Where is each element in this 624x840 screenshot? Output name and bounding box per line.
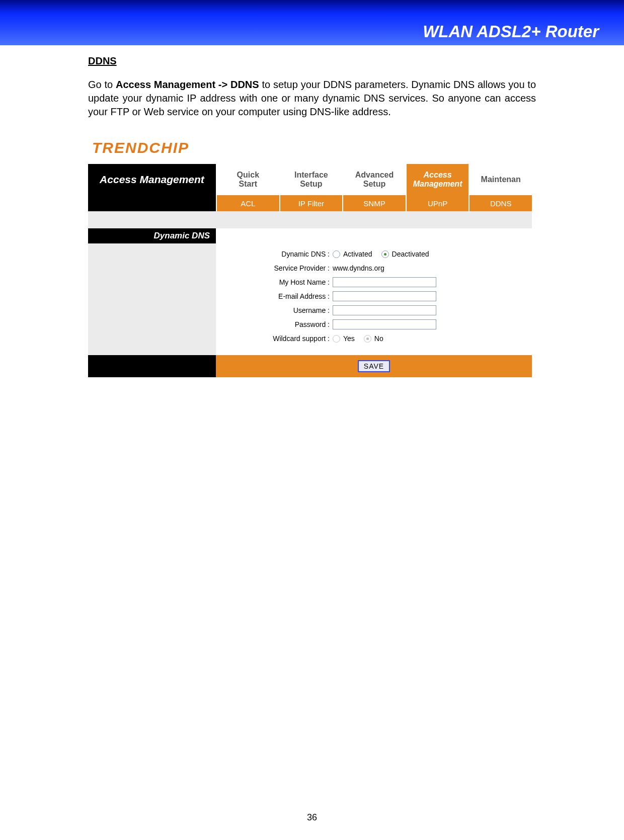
save-button[interactable]: SAVE	[358, 360, 390, 372]
value-dynamic-dns: Activated Deactivated	[333, 250, 429, 258]
row-email: E-mail Address :	[221, 290, 527, 303]
label-password: Password :	[221, 320, 333, 328]
nav-current-section: Access Management	[88, 164, 216, 195]
value-password	[333, 319, 436, 329]
radio-wildcard-yes-label: Yes	[343, 334, 355, 343]
body-text-bold: Access Management -> DDNS	[116, 79, 259, 90]
value-host-name	[333, 277, 436, 287]
radio-deactivated[interactable]	[381, 250, 389, 258]
subtab-ip-filter[interactable]: IP Filter	[279, 195, 343, 211]
radio-deactivated-label: Deactivated	[392, 250, 429, 258]
footer-left	[88, 355, 216, 377]
row-service-provider: Service Provider : www.dyndns.org	[221, 262, 527, 275]
section-title-row: Dynamic DNS	[88, 228, 532, 243]
tab-quick-start[interactable]: Quick Start	[216, 164, 279, 195]
value-wildcard: Yes No	[333, 334, 383, 343]
router-logo-text: TRENDCHIP	[92, 139, 189, 156]
radio-wildcard-no-label: No	[374, 334, 383, 343]
subtab-ddns[interactable]: DDNS	[469, 195, 532, 211]
tab-maintenance[interactable]: Maintenan	[469, 164, 532, 195]
nav-secondary-left	[88, 195, 216, 211]
page-body: DDNS Go to Access Management -> DDNS to …	[88, 55, 536, 377]
label-dynamic-dns: Dynamic DNS :	[221, 250, 333, 258]
tab-access-management[interactable]: Access Management	[406, 164, 469, 195]
nav-secondary-row: ACL IP Filter SNMP UPnP DDNS	[88, 195, 532, 211]
router-logo: TRENDCHIP	[88, 133, 532, 163]
form-area: Dynamic DNS : Activated Deactivated Serv…	[88, 243, 532, 355]
form-left-gutter	[88, 243, 216, 355]
nav-primary-row: Access Management Quick Start Interface …	[88, 163, 532, 195]
subtab-acl[interactable]: ACL	[216, 195, 279, 211]
section-title-spacer	[216, 228, 532, 243]
tab-interface-setup[interactable]: Interface Setup	[279, 164, 343, 195]
header-title: WLAN ADSL2+ Router	[423, 22, 599, 41]
section-body: Go to Access Management -> DDNS to setup…	[88, 78, 536, 119]
router-screenshot: TRENDCHIP Access Management Quick Start …	[88, 133, 532, 377]
row-password: Password :	[221, 318, 527, 331]
label-email: E-mail Address :	[221, 292, 333, 300]
value-service-provider: www.dyndns.org	[333, 264, 384, 272]
value-username	[333, 305, 436, 315]
body-text-pre: Go to	[88, 79, 116, 90]
row-username: Username :	[221, 304, 527, 317]
input-username[interactable]	[333, 305, 436, 315]
radio-wildcard-yes[interactable]	[333, 335, 340, 343]
label-service-provider: Service Provider :	[221, 264, 333, 272]
radio-activated-label: Activated	[343, 250, 372, 258]
gap-row	[88, 211, 532, 228]
nav-tabs: Quick Start Interface Setup Advanced Set…	[216, 164, 532, 195]
label-host-name: My Host Name :	[221, 278, 333, 286]
subtab-snmp[interactable]: SNMP	[342, 195, 406, 211]
radio-activated[interactable]	[333, 250, 340, 258]
input-host-name[interactable]	[333, 277, 436, 287]
section-title: Dynamic DNS	[88, 228, 216, 243]
section-heading: DDNS	[88, 55, 536, 67]
tab-advanced-setup[interactable]: Advanced Setup	[342, 164, 406, 195]
footer-row: SAVE	[88, 355, 532, 377]
row-dynamic-dns: Dynamic DNS : Activated Deactivated	[221, 247, 527, 261]
row-wildcard: Wildcard support : Yes No	[221, 332, 527, 345]
radio-wildcard-no[interactable]	[364, 335, 371, 343]
form-fields: Dynamic DNS : Activated Deactivated Serv…	[216, 243, 532, 355]
label-username: Username :	[221, 306, 333, 314]
subtabs: ACL IP Filter SNMP UPnP DDNS	[216, 195, 532, 211]
value-email	[333, 291, 436, 301]
page-number: 36	[0, 812, 624, 823]
footer-right: SAVE	[216, 355, 532, 377]
subtab-upnp[interactable]: UPnP	[406, 195, 469, 211]
page-header: WLAN ADSL2+ Router	[0, 0, 624, 45]
label-wildcard: Wildcard support :	[221, 334, 333, 343]
input-password[interactable]	[333, 319, 436, 329]
row-host-name: My Host Name :	[221, 276, 527, 289]
input-email[interactable]	[333, 291, 436, 301]
